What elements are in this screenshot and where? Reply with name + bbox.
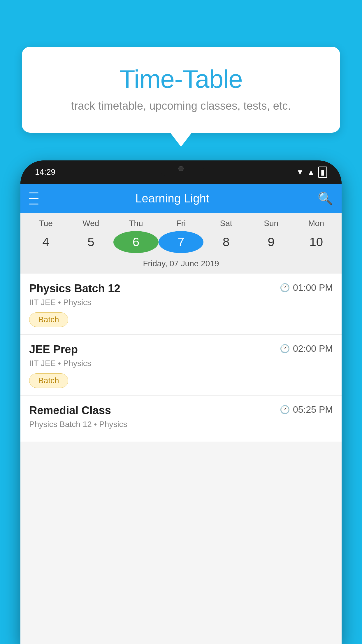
selected-date-label: Friday, 07 June 2019 xyxy=(20,259,342,274)
phone-frame: 14:29 ▼ ▲ ▮ Learning Light 🔍 Tue Wed xyxy=(20,160,342,644)
tooltip-title: Time-Table xyxy=(36,64,326,94)
app-title: Learning Light xyxy=(47,192,297,205)
class-time-1: 🕐 01:00 PM xyxy=(280,282,333,293)
batch-badge-2: Batch xyxy=(29,373,68,388)
day-name-tue: Tue xyxy=(23,219,68,228)
day-name-sat: Sat xyxy=(203,219,249,228)
class-item-3-header: Remedial Class 🕐 05:25 PM xyxy=(29,404,333,417)
clock-icon-2: 🕐 xyxy=(280,344,290,354)
camera-dot xyxy=(178,166,184,171)
class-item-2[interactable]: JEE Prep 🕐 02:00 PM IIT JEE • Physics Ba… xyxy=(20,335,342,396)
class-list: Physics Batch 12 🕐 01:00 PM IIT JEE • Ph… xyxy=(20,274,342,442)
day-name-sun: Sun xyxy=(249,219,294,228)
class-meta-2: IIT JEE • Physics xyxy=(29,359,333,368)
class-name-1: Physics Batch 12 xyxy=(29,282,120,295)
menu-button[interactable] xyxy=(29,191,38,206)
day-name-fri: Fri xyxy=(159,219,204,228)
class-time-2: 🕐 02:00 PM xyxy=(280,343,333,354)
class-time-value-2: 02:00 PM xyxy=(293,343,333,354)
hamburger-line-2 xyxy=(29,198,38,199)
class-meta-3: Physics Batch 12 • Physics xyxy=(29,420,333,429)
phone-screen: Learning Light 🔍 Tue Wed Thu Fri Sat Sun… xyxy=(20,184,342,644)
class-item-3[interactable]: Remedial Class 🕐 05:25 PM Physics Batch … xyxy=(20,396,342,442)
class-name-3: Remedial Class xyxy=(29,404,111,417)
class-item-1[interactable]: Physics Batch 12 🕐 01:00 PM IIT JEE • Ph… xyxy=(20,274,342,335)
day-name-thu: Thu xyxy=(113,219,159,228)
app-header: Learning Light 🔍 xyxy=(20,184,342,213)
class-time-3: 🕐 05:25 PM xyxy=(280,404,333,415)
signal-icon: ▲ xyxy=(307,168,315,177)
day-6-today[interactable]: 6 xyxy=(113,231,159,253)
tooltip-card: Time-Table track timetable, upcoming cla… xyxy=(22,47,340,133)
day-5[interactable]: 5 xyxy=(68,231,114,253)
class-item-1-header: Physics Batch 12 🕐 01:00 PM xyxy=(29,282,333,295)
hamburger-line-1 xyxy=(29,192,38,193)
class-time-value-3: 05:25 PM xyxy=(293,404,333,415)
tooltip-subtitle: track timetable, upcoming classes, tests… xyxy=(36,100,326,112)
search-button[interactable]: 🔍 xyxy=(318,191,333,206)
status-icons: ▼ ▲ ▮ xyxy=(296,167,327,178)
calendar-week: Tue Wed Thu Fri Sat Sun Mon 4 5 6 7 8 9 … xyxy=(20,213,342,274)
class-meta-1: IIT JEE • Physics xyxy=(29,298,333,307)
day-8[interactable]: 8 xyxy=(203,231,249,253)
battery-icon: ▮ xyxy=(318,167,327,178)
batch-badge-1: Batch xyxy=(29,312,68,327)
hamburger-line-3 xyxy=(29,204,38,204)
day-names-row: Tue Wed Thu Fri Sat Sun Mon xyxy=(20,213,342,230)
day-name-wed: Wed xyxy=(68,219,114,228)
wifi-icon: ▼ xyxy=(296,168,304,177)
day-4[interactable]: 4 xyxy=(23,231,68,253)
notch xyxy=(158,160,204,176)
clock-icon-3: 🕐 xyxy=(280,405,290,414)
day-7-selected[interactable]: 7 xyxy=(159,231,204,253)
day-10[interactable]: 10 xyxy=(294,231,339,253)
clock-icon-1: 🕐 xyxy=(280,283,290,293)
day-9[interactable]: 9 xyxy=(249,231,294,253)
class-time-value-1: 01:00 PM xyxy=(293,282,333,293)
day-name-mon: Mon xyxy=(294,219,339,228)
class-item-2-header: JEE Prep 🕐 02:00 PM xyxy=(29,343,333,356)
day-numbers-row: 4 5 6 7 8 9 10 xyxy=(20,230,342,259)
class-name-2: JEE Prep xyxy=(29,343,78,356)
status-bar: 14:29 ▼ ▲ ▮ xyxy=(20,160,342,184)
status-time: 14:29 xyxy=(35,167,55,177)
